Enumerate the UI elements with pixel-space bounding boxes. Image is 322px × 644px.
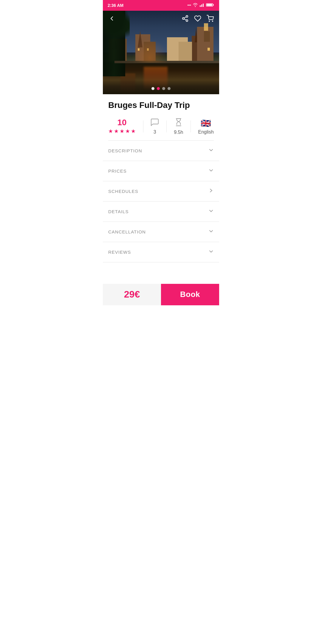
book-button[interactable]: Book	[161, 284, 219, 305]
cancellation-chevron	[208, 228, 214, 235]
description-chevron	[208, 147, 214, 154]
status-time: 2:36 AM	[108, 3, 123, 8]
description-header[interactable]: DESCRIPTION	[103, 141, 219, 161]
content-area: Bruges Full-Day Trip 10 ★ ★ ★ ★ ★ 3	[103, 94, 219, 141]
hourglass-icon	[175, 118, 182, 129]
status-bar: 2:36 AM •••	[103, 0, 219, 11]
rating-number: 10	[117, 118, 126, 127]
svg-line-10	[184, 17, 186, 18]
svg-rect-5	[207, 4, 212, 6]
prices-section: PRICES	[103, 161, 219, 181]
signal-icon	[199, 3, 204, 8]
svg-rect-2	[203, 4, 204, 7]
star-2: ★	[114, 128, 119, 134]
dot-3[interactable]	[162, 87, 165, 90]
hero-nav	[103, 11, 219, 26]
image-dots	[151, 87, 171, 90]
back-icon	[108, 15, 115, 22]
tour-title: Bruges Full-Day Trip	[108, 100, 214, 110]
favorite-button[interactable]	[194, 15, 201, 22]
star-3: ★	[120, 128, 124, 134]
signal-dots-icon: •••	[187, 3, 191, 7]
prices-chevron	[208, 168, 214, 174]
star-1: ★	[108, 128, 113, 134]
share-button[interactable]	[182, 15, 189, 22]
cancellation-header[interactable]: CANCELLATION	[103, 222, 219, 242]
chat-icon	[151, 118, 159, 128]
svg-rect-4	[213, 4, 214, 6]
details-section: DETAILS	[103, 202, 219, 222]
hero-image	[103, 11, 219, 94]
schedules-header[interactable]: SCHEDULES	[103, 181, 219, 201]
details-label: DETAILS	[108, 209, 129, 214]
prices-header[interactable]: PRICES	[103, 161, 219, 181]
dot-1[interactable]	[151, 87, 154, 90]
price-section: 29€	[103, 284, 161, 305]
reviews-header[interactable]: REVIEWS	[103, 242, 219, 262]
svg-point-11	[209, 21, 210, 21]
svg-point-12	[212, 21, 213, 21]
description-label: DESCRIPTION	[108, 148, 142, 153]
battery-icon	[206, 3, 214, 8]
details-header[interactable]: DETAILS	[103, 202, 219, 222]
svg-rect-1	[201, 4, 202, 7]
wifi-icon	[193, 3, 198, 8]
rating-stat: 10 ★ ★ ★ ★ ★	[108, 118, 136, 134]
cancellation-label: CANCELLATION	[108, 229, 146, 234]
details-chevron	[208, 208, 214, 215]
reviews-label: REVIEWS	[108, 250, 131, 255]
cart-button[interactable]	[207, 15, 214, 22]
star-5: ★	[131, 128, 136, 134]
dot-4[interactable]	[168, 87, 171, 90]
cart-icon	[207, 15, 214, 22]
reviews-stat: 3	[151, 118, 159, 135]
accordion-list: DESCRIPTION PRICES SCHEDULES	[103, 141, 219, 262]
cancellation-section: CANCELLATION	[103, 222, 219, 242]
bottom-bar: 29€ Book	[103, 284, 219, 305]
duration-stat: 9.5h	[174, 118, 183, 135]
reviews-count: 3	[154, 129, 156, 135]
bottom-spacer	[103, 262, 219, 284]
share-icon	[182, 15, 189, 22]
status-icons: •••	[187, 3, 214, 8]
schedules-section: SCHEDULES	[103, 181, 219, 202]
divider-3	[191, 120, 191, 132]
language-stat: 🇬🇧 English	[198, 118, 214, 135]
language-label: English	[198, 129, 214, 135]
reviews-section: REVIEWS	[103, 242, 219, 262]
divider-2	[166, 120, 167, 132]
duration-label: 9.5h	[174, 130, 183, 135]
back-button[interactable]	[108, 15, 115, 22]
stats-row: 10 ★ ★ ★ ★ ★ 3	[108, 115, 214, 141]
dot-2[interactable]	[157, 87, 160, 90]
svg-line-9	[184, 19, 186, 20]
flag-icon: 🇬🇧	[201, 118, 211, 128]
reviews-chevron	[208, 249, 214, 256]
nav-actions	[182, 15, 214, 22]
divider-1	[143, 120, 143, 132]
description-section: DESCRIPTION	[103, 141, 219, 161]
svg-rect-0	[200, 5, 201, 7]
star-4: ★	[125, 128, 130, 134]
heart-icon	[194, 15, 201, 22]
price-display: 29€	[124, 289, 140, 300]
schedules-label: SCHEDULES	[108, 189, 138, 194]
star-rating: ★ ★ ★ ★ ★	[108, 128, 136, 134]
schedules-chevron	[208, 188, 214, 195]
prices-label: PRICES	[108, 168, 127, 174]
